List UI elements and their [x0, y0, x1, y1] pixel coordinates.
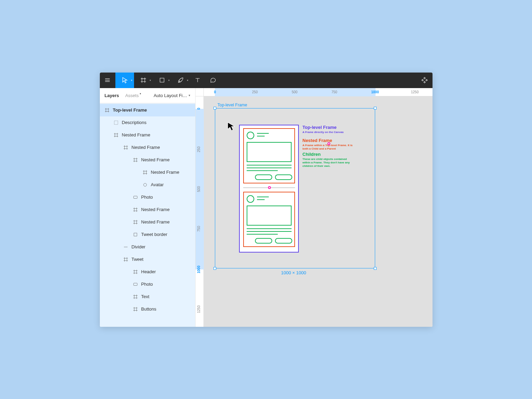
line [257, 133, 269, 134]
ruler-tick: 250 [252, 90, 258, 94]
layer-row[interactable]: Nested Frame [100, 203, 195, 216]
hamburger-icon [104, 77, 111, 84]
layer-label: Nested Frame [151, 170, 179, 175]
image-icon [133, 195, 138, 200]
page-name: Auto Layout Fi… [154, 93, 187, 98]
rect-icon [133, 232, 138, 237]
comment-tool[interactable] [206, 73, 221, 88]
menu-button[interactable] [100, 73, 115, 88]
svg-point-36 [143, 183, 146, 186]
frame-icon [143, 170, 148, 175]
layer-label: Nested Frame [141, 207, 170, 212]
layer-row[interactable]: Photo [100, 191, 195, 203]
components-button[interactable] [417, 73, 433, 88]
panel-header: Layers Assets Auto Layout Fi… ▾ [100, 88, 195, 103]
svg-rect-14 [426, 79, 427, 81]
layer-row[interactable]: Tweet border [100, 228, 195, 241]
layer-list[interactable]: Top-level FrameDescriptionsNested FrameN… [100, 103, 195, 327]
ruler-tick: 750 [332, 90, 338, 94]
button-pill[interactable] [275, 174, 292, 180]
card-frame[interactable] [243, 192, 295, 247]
selection-handle[interactable] [213, 267, 216, 270]
square-icon [159, 77, 165, 84]
selection-handle[interactable] [213, 107, 216, 110]
layer-row[interactable]: Nested Frame [100, 166, 195, 179]
avatar-circle[interactable] [247, 195, 254, 203]
button-pill[interactable] [255, 238, 272, 244]
page-selector[interactable]: Auto Layout Fi… ▾ [154, 93, 190, 98]
line [247, 168, 292, 168]
svg-rect-19 [114, 121, 118, 124]
layer-row[interactable]: Text [100, 291, 195, 303]
text-icon [194, 77, 201, 84]
layer-label: Text [141, 294, 150, 299]
layer-row[interactable]: Nested Frame [100, 216, 195, 228]
layer-row[interactable]: Top-level Frame [100, 104, 195, 116]
layer-row[interactable]: Divider [100, 241, 195, 253]
chevron-down-icon: ▾ [168, 79, 170, 82]
layer-label: Nested Frame [122, 132, 150, 137]
midpoint-dot[interactable] [268, 186, 271, 189]
toolbar: ▾ ▾ ▾ ▾ [100, 73, 433, 88]
move-tool[interactable]: ▾ [115, 73, 134, 88]
pen-tool[interactable]: ▾ [171, 73, 190, 88]
frame-tool[interactable]: ▾ [134, 73, 153, 88]
line-icon [123, 245, 128, 249]
card-frame[interactable] [243, 128, 295, 183]
svg-point-8 [179, 81, 180, 82]
tab-layers[interactable]: Layers [105, 93, 119, 98]
ruler-tick: 500 [197, 186, 201, 192]
ruler-vertical: 0 250 500 750 1000 1250 [196, 96, 204, 327]
legend-title: Top-level Frame [303, 125, 354, 130]
line [247, 165, 292, 165]
layer-label: Photo [141, 194, 153, 200]
tab-assets[interactable]: Assets [125, 93, 139, 98]
layer-label: Divider [132, 244, 145, 249]
svg-rect-7 [160, 78, 164, 82]
ruler-tick: 0 [214, 90, 216, 94]
legend-desc: These are child objects contained within… [303, 158, 354, 168]
frame-icon [123, 257, 128, 262]
pointer-icon [121, 77, 128, 84]
layer-row[interactable]: Header [100, 266, 195, 278]
frame-icon [105, 108, 110, 113]
layer-row[interactable]: Nested Frame [100, 129, 195, 141]
layer-label: Descriptions [122, 120, 147, 125]
layer-label: Photo [141, 282, 153, 287]
canvas[interactable]: Top-level Frame [204, 96, 433, 327]
nested-frame[interactable] [239, 125, 299, 253]
button-pill[interactable] [255, 174, 272, 180]
image-icon [133, 282, 138, 287]
chevron-down-icon: ▾ [187, 79, 188, 82]
layer-row[interactable]: Nested Frame [100, 154, 195, 166]
button-pill[interactable] [275, 238, 292, 244]
selection-handle[interactable] [374, 107, 377, 110]
frame-label[interactable]: Top-level Frame [218, 103, 247, 107]
circle-icon [143, 182, 148, 187]
text-tool[interactable] [190, 73, 206, 88]
ruler-tick: 1250 [411, 90, 419, 94]
selection-handle[interactable] [374, 267, 377, 270]
avatar-circle[interactable] [247, 132, 254, 139]
svg-rect-37 [133, 196, 137, 198]
frame-icon [133, 207, 138, 212]
chevron-down-icon: ▾ [150, 79, 151, 82]
svg-rect-12 [424, 81, 426, 83]
layer-row[interactable]: Avatar [100, 179, 195, 191]
layer-label: Tweet [132, 257, 144, 262]
layers-panel: Layers Assets Auto Layout Fi… ▾ Top-leve… [100, 88, 196, 327]
layer-row[interactable]: Photo [100, 278, 195, 291]
layer-row[interactable]: Nested Frame [100, 141, 195, 154]
photo-rect[interactable] [247, 206, 292, 226]
layer-label: Nested Frame [141, 219, 170, 225]
layer-row[interactable]: Tweet [100, 253, 195, 266]
legend-title: Children [303, 152, 354, 157]
shape-tool[interactable]: ▾ [153, 73, 171, 88]
line [247, 231, 292, 232]
layer-row[interactable]: Buttons [100, 303, 195, 315]
layer-label: Buttons [141, 306, 156, 312]
layer-row[interactable]: Descriptions [100, 116, 195, 129]
line [257, 197, 269, 197]
line [247, 170, 278, 171]
photo-rect[interactable] [247, 142, 292, 162]
